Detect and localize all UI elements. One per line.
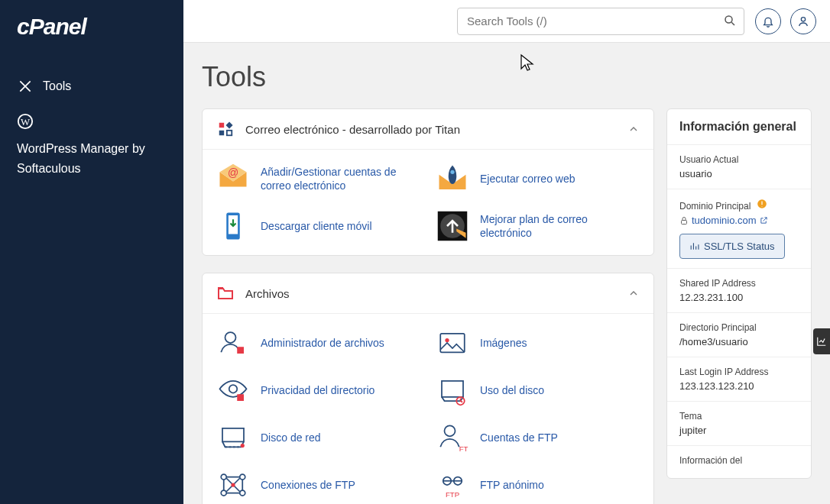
page-title: Tools (202, 61, 812, 93)
svg-point-28 (231, 483, 235, 486)
sidebar: cPanel Tools W WordPress Manager by Soft… (0, 0, 183, 504)
svg-rect-6 (219, 131, 224, 135)
svg-point-27 (240, 490, 245, 496)
svg-rect-33 (682, 220, 687, 224)
tool-label: Conexiones de FTP (261, 478, 355, 492)
info-label: Last Login IP Address (679, 367, 799, 377)
folder-icon (216, 284, 235, 302)
logo: cPanel (0, 0, 183, 53)
file-manager-icon (216, 326, 250, 360)
svg-rect-15 (237, 347, 244, 354)
chevron-up-icon[interactable] (627, 287, 640, 299)
svg-point-3 (801, 17, 805, 21)
topbar (183, 0, 830, 43)
envelope-at-icon: @ (216, 162, 250, 195)
tool-label: Imágenes (480, 336, 527, 350)
svg-text:FTP: FTP (459, 444, 468, 453)
tool-manage-email[interactable]: @ Añadir/Gestionar cuentas de correo ele… (216, 162, 420, 195)
tool-disk-usage[interactable]: Uso del disco (436, 373, 640, 407)
info-domain: Dominio Principal tudominio.com (667, 189, 811, 269)
info-label: Usuario Actual (679, 154, 799, 165)
domain-link[interactable]: tudominio.com (692, 215, 768, 226)
notifications-button[interactable] (755, 8, 781, 34)
tool-label: Privacidad del directorio (261, 383, 374, 397)
svg-text:FTP: FTP (446, 490, 459, 499)
warning-icon (757, 199, 767, 212)
info-label: Información del (679, 455, 799, 466)
info-label: Directorio Principal (679, 322, 799, 333)
chevron-up-icon[interactable] (627, 123, 640, 135)
apps-icon (216, 120, 235, 138)
svg-point-21 (241, 444, 245, 447)
sidebar-item-wordpress[interactable]: W WordPress Manager by Softaculous (0, 104, 183, 187)
tool-ftp-connections[interactable]: Conexiones de FTP (216, 468, 420, 502)
svg-point-24 (221, 474, 226, 480)
info-value: 12.23.231.100 (679, 292, 799, 303)
sidebar-nav: Tools W WordPress Manager by Softaculous (0, 53, 183, 202)
eye-lock-icon (216, 373, 250, 407)
stats-fab[interactable] (813, 328, 830, 354)
lock-icon (679, 216, 689, 225)
tool-label: Disco de red (261, 431, 321, 444)
domain-row: tudominio.com (679, 215, 799, 226)
info-shared-ip: Shared IP Address 12.23.231.100 (667, 269, 811, 313)
sidebar-item-tools[interactable]: Tools (0, 69, 183, 104)
svg-point-25 (240, 474, 245, 480)
panel-email-header[interactable]: Correo electrónico - desarrollado por Ti… (203, 109, 653, 150)
main-content: Tools Correo electrónico - desarrollado … (183, 43, 830, 504)
mobile-download-icon (216, 209, 250, 243)
ftp-connections-icon (216, 468, 250, 502)
tool-images[interactable]: Imágenes (436, 326, 640, 360)
logo-text: cPanel (17, 14, 86, 39)
info-last-login: Last Login IP Address 123.123.123.210 (667, 357, 811, 402)
tool-ftp-anonymous[interactable]: FTP FTP anónimo (436, 468, 640, 502)
wordpress-icon: W (17, 113, 34, 130)
panel-email: Correo electrónico - desarrollado por Ti… (202, 108, 654, 256)
info-label: Dominio Principal (679, 199, 799, 212)
panel-title: Archivos (245, 287, 617, 300)
svg-text:W: W (21, 117, 31, 128)
tool-mobile-client[interactable]: Descargar cliente móvil (216, 209, 420, 243)
panel-files-header[interactable]: Archivos (203, 273, 653, 314)
search-input[interactable] (457, 8, 744, 35)
tool-label: Descargar cliente móvil (261, 219, 372, 233)
svg-point-22 (445, 425, 456, 436)
tools-icon (17, 78, 34, 95)
topbar-actions (755, 8, 816, 34)
svg-rect-4 (219, 123, 224, 128)
tool-directory-privacy[interactable]: Privacidad del directorio (216, 373, 420, 407)
tool-upgrade-email[interactable]: Mejorar plan de correo electrónico (436, 209, 640, 243)
svg-rect-7 (227, 131, 232, 135)
ssl-status-button[interactable]: SSL/TLS Status (679, 234, 785, 259)
account-button[interactable] (790, 8, 816, 34)
tool-label: Ejecutar correo web (480, 172, 575, 186)
tool-network-disk[interactable]: Disco de red (216, 421, 420, 454)
tool-ftp-accounts[interactable]: FTP Cuentas de FTP (436, 421, 640, 454)
tool-webmail[interactable]: Ejecutar correo web (436, 162, 640, 195)
svg-point-14 (225, 332, 236, 343)
info-server: Información del (667, 446, 811, 478)
tool-label: Añadir/Gestionar cuentas de correo elect… (261, 165, 420, 192)
svg-point-9 (450, 170, 454, 174)
upgrade-icon (436, 209, 469, 243)
search-icon[interactable] (723, 14, 737, 27)
svg-point-2 (725, 16, 732, 23)
sidebar-item-label: WordPress Manager by Softaculous (17, 139, 167, 178)
info-home-dir: Directorio Principal /home3/usuario (667, 313, 811, 357)
svg-rect-19 (237, 394, 244, 401)
images-icon (436, 326, 469, 360)
panel-files: Archivos Administrador de archivos (202, 273, 654, 504)
svg-point-26 (221, 490, 226, 496)
svg-point-17 (445, 338, 449, 342)
info-value: /home3/usuario (679, 336, 799, 347)
tool-label: Cuentas de FTP (480, 431, 558, 444)
tool-file-manager[interactable]: Administrador de archivos (216, 326, 420, 360)
disk-usage-icon (436, 373, 469, 407)
svg-rect-5 (226, 121, 233, 128)
info-theme: Tema jupiter (667, 402, 811, 446)
ftp-accounts-icon: FTP (436, 421, 469, 454)
info-label: Shared IP Address (679, 278, 799, 289)
info-label: Tema (679, 411, 799, 422)
info-panel: Información general Usuario Actual usuar… (666, 108, 812, 479)
info-value: jupiter (679, 425, 799, 436)
